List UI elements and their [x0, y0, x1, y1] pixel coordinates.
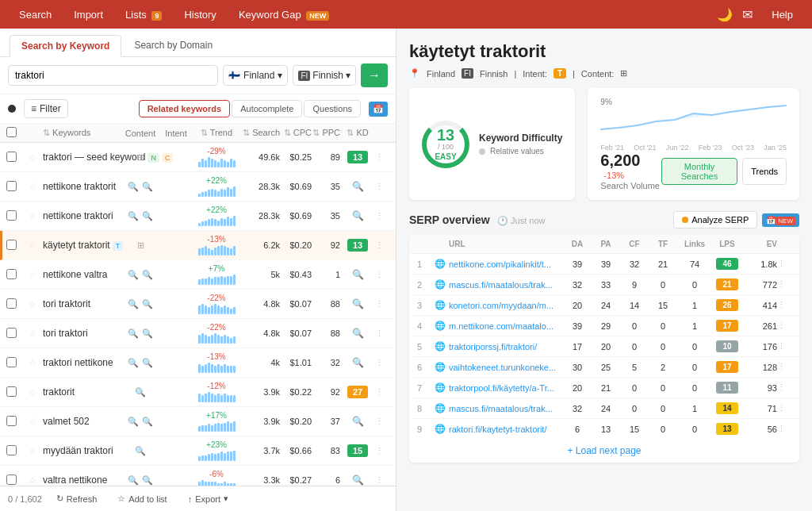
row-checkbox[interactable]: [6, 240, 17, 250]
row-checkbox[interactable]: [6, 298, 17, 309]
star-cell[interactable]: ☆: [29, 152, 43, 163]
more-menu-cell[interactable]: ⋮: [375, 417, 389, 427]
relative-values-btn[interactable]: Relative values: [479, 147, 562, 156]
serp-more[interactable]: ⋮: [777, 279, 791, 290]
content-cell[interactable]: 🔍 🔍: [121, 358, 159, 368]
serp-more[interactable]: ⋮: [777, 362, 791, 372]
serp-more[interactable]: ⋮: [777, 259, 791, 269]
content-icon[interactable]: ⊞: [137, 240, 144, 250]
search-lens-icon[interactable]: 🔍: [128, 475, 139, 485]
more-menu-cell[interactable]: ⋮: [375, 270, 389, 280]
keyword-name[interactable]: käytetyt traktorit: [43, 240, 110, 251]
serp-table-row[interactable]: 4 🌐 m.nettikone.com/maatalo... 39 29 0 0…: [409, 316, 799, 336]
star-cell[interactable]: ☆: [29, 240, 43, 251]
kd-search-icon[interactable]: 🔍: [352, 298, 364, 309]
serp-url-cell[interactable]: mascus.fi/maatalous/trak...: [449, 404, 563, 413]
serp-url-link[interactable]: raktori.fi/kaytetyt-traktorit/: [449, 425, 546, 434]
row-checkbox-cell[interactable]: [6, 386, 29, 398]
more-menu-cell[interactable]: ⋮: [375, 475, 389, 486]
more-menu-cell[interactable]: ⋮: [375, 328, 389, 339]
serp-table-row[interactable]: 9 🌐 raktori.fi/kaytetyt-traktorit/ 6 13 …: [409, 419, 799, 439]
calendar-button[interactable]: 📅: [369, 102, 388, 117]
search-lens-icon[interactable]: 🔍: [128, 417, 139, 426]
serp-url-link[interactable]: vaihtokeneet.turunkoneke...: [449, 363, 556, 372]
keyword-name[interactable]: myydään traktori: [43, 445, 113, 456]
search-lens-icon[interactable]: 🔍: [128, 328, 139, 338]
row-checkbox-cell[interactable]: [6, 269, 29, 281]
content-cell[interactable]: 🔍: [121, 387, 159, 398]
tab-search-by-domain[interactable]: Search by Domain: [123, 35, 224, 56]
keyword-name[interactable]: traktorit: [43, 386, 75, 398]
search-lens-icon[interactable]: 🔍: [128, 182, 139, 191]
serp-url-link[interactable]: mascus.fi/maatalous/trak...: [449, 280, 553, 290]
table-row[interactable]: ☆ traktori nettikone 🔍 🔍 -13% 4k $1.01 3…: [0, 348, 396, 378]
table-row[interactable]: ☆ tori traktori 🔍 🔍 -22% 4.8k $0.07 88 🔍…: [0, 319, 396, 348]
search-icon2[interactable]: 🔍: [142, 182, 153, 191]
search-go-button[interactable]: →: [361, 63, 388, 87]
row-checkbox[interactable]: [6, 357, 17, 367]
serp-url-cell[interactable]: konetori.com/myydaan/m...: [449, 301, 563, 310]
table-row[interactable]: ☆ nettikone traktorit 🔍 🔍 +22% 28.3k $0.…: [0, 172, 396, 202]
row-checkbox[interactable]: [6, 474, 17, 485]
table-row[interactable]: ☆ valtra nettikone 🔍 🔍 -6% 3.3k $0.27 6 …: [0, 466, 396, 486]
col-keywords-header[interactable]: ⇅ Keywords: [43, 128, 121, 138]
content-cell[interactable]: 🔍 🔍: [121, 211, 159, 221]
serp-url-cell[interactable]: raktori.fi/kaytetyt-traktorit/: [449, 425, 563, 434]
search-icon2[interactable]: 🔍: [142, 417, 153, 426]
serp-more[interactable]: ⋮: [777, 424, 791, 434]
keyword-name[interactable]: nettikone traktorit: [43, 181, 116, 192]
keyword-input[interactable]: [8, 65, 218, 86]
monthly-searches-button[interactable]: Monthly Searches: [661, 158, 737, 185]
content-cell[interactable]: 🔍 🔍: [121, 299, 159, 309]
row-checkbox[interactable]: [6, 181, 17, 191]
kd-search-icon[interactable]: 🔍: [352, 210, 364, 221]
table-row[interactable]: ☆ traktori — seed keywordNC ⊞ -29% 49.6k…: [0, 143, 396, 172]
more-menu-cell[interactable]: ⋮: [375, 446, 389, 456]
serp-url-cell[interactable]: nettikone.com/pikalinkit/t...: [449, 259, 563, 269]
check-all-checkbox[interactable]: [6, 127, 17, 137]
row-checkbox[interactable]: [6, 210, 17, 221]
serp-more[interactable]: ⋮: [777, 321, 791, 331]
nav-import[interactable]: Import: [64, 4, 113, 25]
row-checkbox-cell[interactable]: [6, 445, 29, 457]
col-ppc-header[interactable]: ⇅ PPC: [312, 128, 340, 138]
serp-url-cell[interactable]: m.nettikone.com/maatalo...: [449, 321, 563, 331]
col-check-all[interactable]: [6, 127, 29, 139]
search-icon2[interactable]: 🔍: [142, 328, 153, 338]
serp-more[interactable]: ⋮: [777, 341, 791, 352]
nav-lists[interactable]: Lists 9: [116, 4, 171, 25]
table-row[interactable]: ☆ käytetyt traktoritT ⊞ -13% 6.2k $0.20 …: [0, 231, 396, 260]
tab-questions[interactable]: Questions: [304, 100, 361, 117]
content-cell[interactable]: 🔍 🔍: [121, 270, 159, 280]
row-checkbox[interactable]: [6, 416, 17, 426]
more-menu-cell[interactable]: ⋮: [375, 387, 389, 398]
search-lens-icon[interactable]: 🔍: [128, 358, 139, 367]
search-icon2[interactable]: 🔍: [142, 299, 153, 309]
keyword-name[interactable]: tori traktori: [43, 328, 88, 339]
more-menu-cell[interactable]: ⋮: [375, 152, 389, 163]
serp-table-row[interactable]: 8 🌐 mascus.fi/maatalous/trak... 32 24 0 …: [409, 398, 799, 419]
row-checkbox-cell[interactable]: [6, 181, 29, 193]
more-menu-cell[interactable]: ⋮: [375, 211, 389, 221]
serp-url-link[interactable]: traktorpool.fi/käytetty/a-Tr...: [449, 383, 554, 393]
refresh-button[interactable]: ↻ Refresh: [50, 491, 104, 506]
content-cell[interactable]: ⊞: [121, 152, 159, 163]
row-checkbox[interactable]: [6, 445, 17, 455]
search-icon2[interactable]: 🔍: [142, 270, 153, 279]
col-kd-header[interactable]: ⇅ KD: [340, 128, 375, 138]
serp-calendar-button[interactable]: 📅NEW: [762, 213, 799, 227]
keyword-name[interactable]: nettikone traktori: [43, 210, 113, 221]
keyword-name[interactable]: tori traktorit: [43, 298, 90, 309]
serp-url-link[interactable]: traktoriporssj.fi/traktori/: [449, 342, 537, 352]
serp-url-cell[interactable]: vaihtokeneet.turunkoneke...: [449, 363, 563, 372]
star-cell[interactable]: ☆: [29, 211, 43, 221]
search-lens-icon[interactable]: 🔍: [135, 446, 146, 455]
serp-more[interactable]: ⋮: [777, 382, 791, 393]
serp-url-link[interactable]: m.nettikone.com/maatalo...: [449, 321, 553, 331]
row-checkbox-cell[interactable]: [6, 298, 29, 310]
tab-search-by-keyword[interactable]: Search by Keyword: [10, 35, 121, 57]
keyword-name[interactable]: valtra nettikone: [43, 474, 107, 486]
serp-url-cell[interactable]: traktorpool.fi/käytetty/a-Tr...: [449, 383, 563, 393]
content-cell[interactable]: 🔍 🔍: [121, 417, 159, 427]
serp-table-row[interactable]: 6 🌐 vaihtokeneet.turunkoneke... 30 25 5 …: [409, 357, 799, 378]
